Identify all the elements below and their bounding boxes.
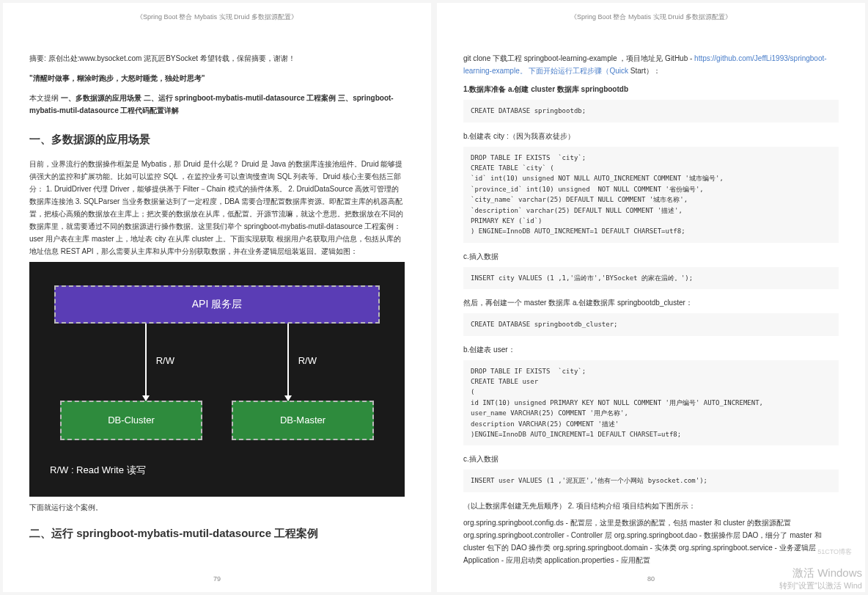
cto-watermark: 51CTO博客 bbox=[817, 547, 852, 558]
watermark-line2: 转到"设置"以激活 Wind bbox=[779, 580, 862, 591]
quote: "清醒时做事，糊涂时跑步，大怒时睡觉，独处时思考" bbox=[29, 72, 405, 84]
section2-heading: 二、运行 springboot-mybatis-mutil-datasource… bbox=[29, 524, 405, 543]
diagram-legend: R/W : Read Write 读写 bbox=[50, 462, 389, 478]
section1-body: 目前，业界流行的数据操作框架是 Mybatis，那 Druid 是什么呢？ Dr… bbox=[29, 158, 405, 258]
arrow-right: R/W bbox=[287, 324, 289, 401]
outline: 本文提纲 一、多数据源的应用场景 二、运行 springboot-mybatis… bbox=[29, 92, 405, 117]
proj-intro-lead: （以上数据库创建无先后顺序） 2. 项目结构介绍 项目结构如下图所示： bbox=[463, 502, 696, 510]
code-user-insert: INSERT user VALUES (1 ,'泥瓦匠','他有一个小网站 by… bbox=[463, 470, 839, 492]
db-cluster-box: DB-Cluster bbox=[60, 401, 202, 440]
code-clusterdb: CREATE DATABASE springbootdb_cluster; bbox=[463, 313, 839, 335]
proj-structure: org.spring.springboot.config.ds - 配置层，这里… bbox=[463, 516, 839, 566]
abstract: 摘要: 原创出处:www.bysocket.com 泥瓦匠BYSocket 希望… bbox=[29, 52, 405, 65]
then-line: 然后，再创建一个 master 数据库 a.创建数据库 springbootdb… bbox=[463, 296, 839, 309]
arrow-left: R/W bbox=[145, 324, 147, 401]
gitclone-text-c: Start）： bbox=[630, 67, 661, 75]
code-city-insert: INSERT city VALUES (1 ,1,'温岭市','BYSocket… bbox=[463, 267, 839, 289]
page-number-left: 79 bbox=[3, 574, 431, 585]
page-right: 《Spring Boot 整合 Mybatis 实现 Druid 多数据源配置》… bbox=[437, 3, 865, 592]
watermark-line1: 激活 Windows bbox=[779, 566, 862, 580]
rw-label-right: R/W bbox=[298, 353, 317, 369]
api-layer-box: API 服务层 bbox=[54, 285, 380, 324]
arrows-row: R/W R/W bbox=[75, 324, 359, 401]
proj-intro: （以上数据库创建无先后顺序） 2. 项目结构介绍 项目结构如下图所示： bbox=[463, 500, 839, 512]
quickstart-link: 。 下面开始运行工程步骤（Quick bbox=[520, 67, 630, 75]
windows-activation-watermark: 激活 Windows 转到"设置"以激活 Wind bbox=[779, 566, 862, 591]
db-master-box: DB-Master bbox=[232, 401, 374, 440]
step-b: b.创建表 city :（因为我喜欢徒步） bbox=[463, 130, 839, 142]
step1-bold: 1.数据库准备 a.创建 cluster 数据库 springbootdb bbox=[463, 85, 628, 93]
page-header-left: 《Spring Boot 整合 Mybatis 实现 Druid 多数据源配置》 bbox=[29, 12, 405, 23]
outline-bold: 一、多数据源的应用场景 二、运行 springboot-mybatis-muti… bbox=[29, 94, 394, 114]
db-row: DB-Cluster DB-Master bbox=[60, 401, 374, 440]
document-spread: 《Spring Boot 整合 Mybatis 实现 Druid 多数据源配置》… bbox=[0, 0, 868, 595]
code-create-db: CREATE DATABASE springbootdb; bbox=[463, 100, 839, 122]
section1-heading: 一、多数据源的应用场景 bbox=[29, 130, 405, 149]
step-c2: c.插入数据 bbox=[463, 453, 839, 465]
gitclone-text-a: git clone 下载工程 springboot-learning-examp… bbox=[463, 54, 694, 62]
code-user-table: DROP TABLE IF EXISTS `city`; CREATE TABL… bbox=[463, 360, 839, 446]
gitclone-line: git clone 下载工程 springboot-learning-examp… bbox=[463, 52, 839, 77]
code-city-table: DROP TABLE IF EXISTS `city`; CREATE TABL… bbox=[463, 147, 839, 243]
diagram-caption: 下面就运行这个案例。 bbox=[29, 501, 405, 514]
step1: 1.数据库准备 a.创建 cluster 数据库 springbootdb bbox=[463, 83, 839, 95]
architecture-diagram: API 服务层 R/W R/W DB-Cluster DB-Master R/W… bbox=[29, 262, 405, 497]
step-b2: b.创建表 user： bbox=[463, 343, 839, 356]
rw-label-left: R/W bbox=[156, 353, 174, 369]
page-header-right: 《Spring Boot 整合 Mybatis 实现 Druid 多数据源配置》 bbox=[463, 12, 839, 23]
outline-prefix: 本文提纲 bbox=[29, 94, 61, 102]
page-left: 《Spring Boot 整合 Mybatis 实现 Druid 多数据源配置》… bbox=[3, 3, 431, 592]
step-c: c.插入数据 bbox=[463, 250, 839, 263]
